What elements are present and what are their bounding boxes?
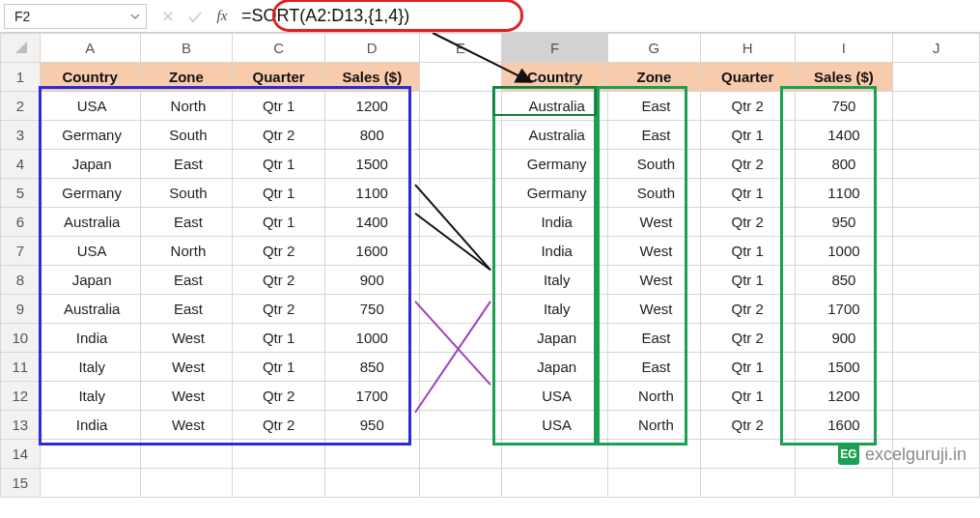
cell[interactable]: South bbox=[608, 179, 701, 208]
formula-bar-input[interactable]: =SORT(A2:D13,{1,4}) bbox=[234, 4, 980, 29]
cell[interactable] bbox=[893, 382, 980, 411]
col-header-C[interactable]: C bbox=[233, 34, 325, 63]
header-zone-left[interactable]: Zone bbox=[140, 63, 233, 92]
cell[interactable] bbox=[502, 469, 608, 498]
cell[interactable] bbox=[419, 150, 502, 179]
row-header[interactable]: 11 bbox=[1, 353, 41, 382]
cell[interactable]: North bbox=[140, 237, 233, 266]
col-header-B[interactable]: B bbox=[140, 34, 233, 63]
cell[interactable]: 1700 bbox=[795, 295, 893, 324]
cell[interactable]: Qtr 2 bbox=[233, 237, 325, 266]
cell[interactable]: Qtr 1 bbox=[233, 324, 325, 353]
enter-formula-button[interactable] bbox=[183, 5, 207, 28]
cell[interactable]: 950 bbox=[324, 411, 419, 440]
cell[interactable] bbox=[700, 440, 795, 469]
cell[interactable]: Qtr 2 bbox=[233, 382, 325, 411]
row-header[interactable]: 13 bbox=[1, 411, 41, 440]
cell[interactable]: East bbox=[140, 208, 233, 237]
row-header[interactable]: 15 bbox=[1, 469, 41, 498]
cell[interactable]: Qtr 2 bbox=[700, 295, 795, 324]
cell[interactable]: South bbox=[140, 179, 233, 208]
cell[interactable]: East bbox=[608, 121, 701, 150]
cell[interactable]: USA bbox=[40, 92, 140, 121]
header-country-right[interactable]: Country bbox=[502, 63, 608, 92]
cell[interactable]: Qtr 1 bbox=[700, 121, 795, 150]
cell[interactable] bbox=[40, 469, 140, 498]
cell[interactable]: 1200 bbox=[795, 382, 893, 411]
cell[interactable]: Japan bbox=[502, 353, 608, 382]
cell[interactable] bbox=[419, 469, 502, 498]
cell[interactable] bbox=[502, 440, 608, 469]
select-all-corner[interactable] bbox=[1, 34, 41, 63]
cell[interactable]: USA bbox=[40, 237, 140, 266]
cell[interactable] bbox=[140, 469, 233, 498]
cell[interactable] bbox=[893, 179, 980, 208]
cell[interactable] bbox=[893, 324, 980, 353]
cell[interactable] bbox=[419, 208, 502, 237]
cell[interactable]: Japan bbox=[40, 266, 140, 295]
cell[interactable]: Qtr 2 bbox=[700, 150, 795, 179]
col-header-A[interactable]: A bbox=[40, 34, 140, 63]
cell[interactable]: Qtr 2 bbox=[233, 121, 325, 150]
cell[interactable]: 1500 bbox=[324, 150, 419, 179]
row-header[interactable]: 6 bbox=[1, 208, 41, 237]
row-header[interactable]: 3 bbox=[1, 121, 41, 150]
cell[interactable]: 1600 bbox=[324, 237, 419, 266]
cell[interactable] bbox=[700, 469, 795, 498]
cell[interactable]: 750 bbox=[795, 92, 893, 121]
cell[interactable] bbox=[419, 179, 502, 208]
cell[interactable]: Italy bbox=[502, 295, 608, 324]
cell[interactable]: India bbox=[502, 208, 608, 237]
cell[interactable]: Qtr 2 bbox=[233, 266, 325, 295]
cell[interactable]: East bbox=[140, 266, 233, 295]
cell[interactable]: South bbox=[140, 121, 233, 150]
cell[interactable] bbox=[324, 440, 419, 469]
col-header-J[interactable]: J bbox=[893, 34, 980, 63]
cell[interactable] bbox=[419, 353, 502, 382]
chevron-down-icon[interactable] bbox=[130, 12, 140, 21]
header-quarter-right[interactable]: Quarter bbox=[700, 63, 795, 92]
cell[interactable]: India bbox=[40, 324, 140, 353]
cell[interactable]: West bbox=[140, 324, 233, 353]
insert-function-button[interactable]: fx bbox=[210, 5, 234, 28]
cell[interactable]: Germany bbox=[502, 150, 608, 179]
row-header[interactable]: 14 bbox=[1, 440, 41, 469]
cell[interactable]: 1400 bbox=[795, 121, 893, 150]
cell[interactable]: 750 bbox=[324, 295, 419, 324]
cell[interactable]: Australia bbox=[502, 121, 608, 150]
col-header-D[interactable]: D bbox=[324, 34, 419, 63]
cell[interactable] bbox=[419, 295, 502, 324]
cell[interactable]: East bbox=[608, 324, 701, 353]
col-header-I[interactable]: I bbox=[795, 34, 893, 63]
row-header[interactable]: 1 bbox=[1, 63, 41, 92]
cell[interactable]: East bbox=[140, 150, 233, 179]
cell[interactable]: South bbox=[608, 150, 701, 179]
col-header-H[interactable]: H bbox=[700, 34, 795, 63]
cell[interactable] bbox=[608, 469, 701, 498]
cell[interactable]: 900 bbox=[795, 324, 893, 353]
cell[interactable]: Japan bbox=[40, 150, 140, 179]
cell[interactable] bbox=[419, 121, 502, 150]
cell-J1[interactable] bbox=[893, 63, 980, 92]
cell[interactable]: 800 bbox=[324, 121, 419, 150]
cell[interactable] bbox=[419, 237, 502, 266]
row-header[interactable]: 2 bbox=[1, 92, 41, 121]
cell[interactable]: 1500 bbox=[795, 353, 893, 382]
cell[interactable]: East bbox=[608, 353, 701, 382]
cell[interactable]: Japan bbox=[502, 324, 608, 353]
col-header-F[interactable]: F bbox=[502, 34, 608, 63]
cell[interactable]: India bbox=[502, 237, 608, 266]
cell[interactable]: 1400 bbox=[324, 208, 419, 237]
header-sales-left[interactable]: Sales ($) bbox=[324, 63, 419, 92]
cell[interactable]: 850 bbox=[795, 266, 893, 295]
cell[interactable]: Qtr 2 bbox=[233, 411, 325, 440]
cell-E1[interactable] bbox=[419, 63, 502, 92]
cell[interactable]: Australia bbox=[40, 295, 140, 324]
cell[interactable]: Qtr 1 bbox=[700, 353, 795, 382]
row-header[interactable]: 9 bbox=[1, 295, 41, 324]
cell[interactable]: 1100 bbox=[324, 179, 419, 208]
cell[interactable] bbox=[608, 440, 701, 469]
cell[interactable] bbox=[419, 324, 502, 353]
cell[interactable]: West bbox=[608, 295, 701, 324]
cell[interactable]: Qtr 2 bbox=[700, 92, 795, 121]
